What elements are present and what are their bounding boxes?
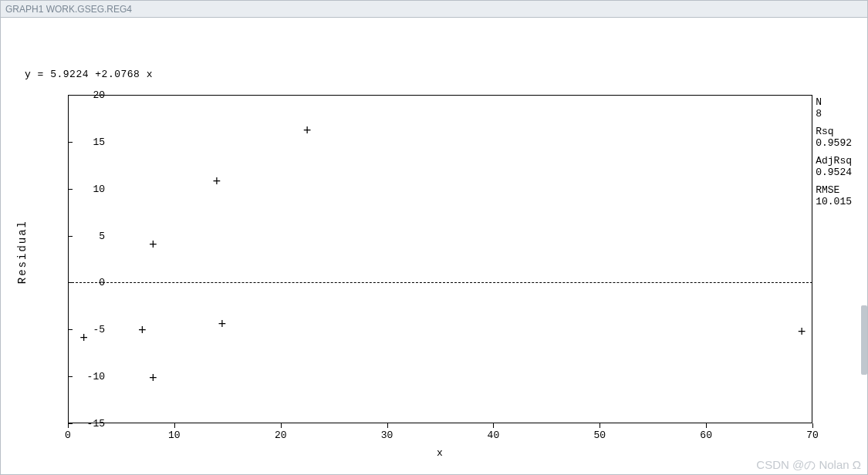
x-tick-label: 50 xyxy=(593,430,606,441)
stat-n-label: N xyxy=(816,96,852,108)
data-point: + xyxy=(218,320,226,329)
stat-n-value: 8 xyxy=(816,108,852,120)
stat-rmse-label: RMSE xyxy=(816,184,852,196)
stat-rsq-label: Rsq xyxy=(816,126,852,137)
plot-canvas: y = 5.9224 +2.0768 x Residual x -15-10-5… xyxy=(2,19,860,473)
x-tick-label: 70 xyxy=(806,430,819,441)
regression-equation: y = 5.9224 +2.0768 x xyxy=(25,69,153,80)
y-tick-mark xyxy=(68,236,73,237)
stat-rsq-value: 0.9592 xyxy=(816,137,852,149)
stat-rmse-value: 10.015 xyxy=(816,196,852,207)
stat-adjrsq-value: 0.9524 xyxy=(816,167,852,178)
x-tick-mark xyxy=(174,423,175,428)
y-axis-label: Residual xyxy=(16,220,29,284)
data-point: + xyxy=(138,326,147,335)
x-tick-label: 30 xyxy=(381,430,393,441)
y-tick-mark xyxy=(68,376,73,377)
data-point: + xyxy=(149,374,157,383)
x-tick-label: 60 xyxy=(700,430,712,441)
y-tick-mark xyxy=(68,189,73,190)
stat-adjrsq-label: AdjRsq xyxy=(816,155,852,167)
x-tick-label: 10 xyxy=(168,430,181,441)
x-tick-label: 20 xyxy=(275,430,287,441)
watermark: CSDN @の Nolan Ω xyxy=(756,458,861,473)
x-axis-label: x xyxy=(437,447,443,459)
x-tick-mark xyxy=(493,423,494,428)
x-tick-mark xyxy=(706,423,707,428)
x-tick-label: 40 xyxy=(488,430,500,441)
x-tick-mark xyxy=(68,423,69,428)
data-point: + xyxy=(303,126,312,136)
x-tick-mark xyxy=(281,423,282,428)
x-tick-mark xyxy=(812,423,813,428)
data-point: + xyxy=(798,328,806,337)
vertical-scrollbar[interactable] xyxy=(861,305,867,375)
y-tick-mark xyxy=(68,95,73,96)
data-point: + xyxy=(79,334,88,343)
data-point: + xyxy=(213,177,221,187)
plot-area: ++++++++ xyxy=(68,95,812,423)
x-tick-mark xyxy=(599,423,600,428)
graph-window: GRAPH1 WORK.GSEG.REG4 y = 5.9224 +2.0768… xyxy=(0,0,868,475)
data-point: + xyxy=(149,241,157,250)
x-tick-mark xyxy=(387,423,388,428)
plot-border xyxy=(68,95,812,423)
regression-stats: N 8 Rsq 0.9592 AdjRsq 0.9524 RMSE 10.015 xyxy=(816,96,852,214)
zero-reference-line xyxy=(68,282,812,283)
x-tick-label: 0 xyxy=(65,430,71,441)
y-tick-mark xyxy=(68,142,73,143)
window-titlebar: GRAPH1 WORK.GSEG.REG4 xyxy=(1,1,867,18)
y-tick-mark xyxy=(68,329,73,330)
